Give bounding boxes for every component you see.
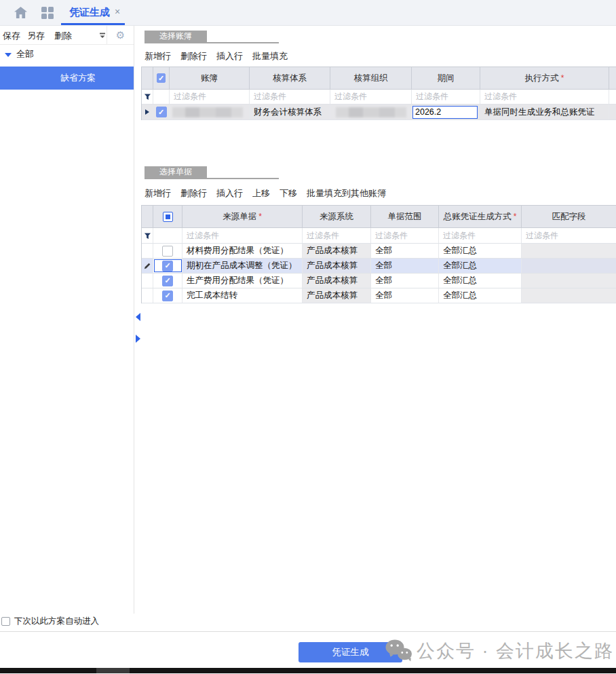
docs-table-row[interactable]: 生产费用分配结果（凭证） 产品成本核算 全部 全部汇总	[142, 274, 616, 288]
filter-book[interactable]: 过滤条件	[170, 90, 250, 104]
filter-funnel-icon[interactable]	[142, 90, 153, 104]
active-tab-underline	[61, 23, 125, 25]
source-doc-cell[interactable]: 生产费用分配结果（凭证）	[182, 274, 303, 288]
col-header-match-field[interactable]: 匹配字段	[522, 206, 616, 227]
edit-pencil-icon	[142, 259, 153, 273]
source-system-cell: 产品成本核算	[303, 244, 371, 258]
books-add-row-button[interactable]: 新增行	[145, 50, 171, 62]
books-table-row[interactable]: 财务会计核算体系 单据同时生成业务和总账凭证	[142, 105, 616, 120]
docs-toolbar: 新增行 删除行 插入行 上移 下移 批量填充到其他账簿	[145, 187, 386, 200]
docs-delete-row-button[interactable]: 删除行	[180, 187, 207, 200]
docs-table-row[interactable]: 期初在产品成本调整（凭证） 产品成本核算 全部 全部汇总	[142, 259, 616, 274]
books-table-header: 账簿 核算体系 核算组织 期间 执行方式	[142, 67, 616, 90]
plan-toolbar: 保存 另存 删除 ⚙	[0, 26, 134, 45]
execution-mode-cell[interactable]: 单据同时生成业务和总账凭证	[480, 105, 609, 119]
docs-select-all-cell	[153, 206, 182, 227]
redaction-blur	[172, 107, 243, 117]
current-row-indicator-icon	[142, 105, 153, 119]
collapse-left-arrow-icon[interactable]	[136, 313, 140, 321]
docs-table-row[interactable]: 完工成本结转 产品成本核算 全部 全部汇总	[142, 288, 616, 303]
books-insert-row-button[interactable]: 插入行	[216, 50, 243, 62]
docs-table-row[interactable]: 材料费用分配结果（凭证） 产品成本核算 全部 全部汇总	[142, 244, 616, 259]
filter-execution-mode[interactable]: 过滤条件	[480, 90, 609, 104]
doc-row-checkbox[interactable]	[162, 261, 173, 272]
sidebar-item-default-plan[interactable]: 缺省方案	[0, 67, 134, 90]
col-header-period[interactable]: 期间	[412, 67, 480, 89]
footer-divider	[0, 631, 616, 632]
app-window: 凭证生成 × 保存 另存 删除 ⚙ 全部 缺省方案 选择账簿 新增行 删除行 插…	[0, 0, 616, 674]
col-header-book[interactable]: 账簿	[170, 67, 250, 89]
settings-gear-icon[interactable]: ⚙	[107, 26, 134, 44]
source-system-cell: 产品成本核算	[303, 274, 371, 288]
col-header-source-doc[interactable]: 来源单据	[182, 206, 303, 227]
docs-filter-row: 过滤条件 过滤条件 过滤条件 过滤条件 过滤条件	[142, 228, 616, 244]
docs-move-down-button[interactable]: 下移	[280, 187, 297, 200]
book-row-checkbox[interactable]	[156, 107, 167, 117]
col-header-doc-range[interactable]: 单据范围	[371, 206, 439, 227]
books-delete-row-button[interactable]: 删除行	[180, 50, 207, 62]
source-doc-cell[interactable]: 期初在产品成本调整（凭证）	[182, 259, 303, 273]
accounting-org-cell-redacted[interactable]	[330, 105, 412, 119]
doc-range-cell[interactable]: 全部	[371, 288, 439, 303]
match-field-cell	[522, 259, 616, 273]
gl-voucher-mode-cell[interactable]: 全部汇总	[439, 259, 522, 273]
tree-expand-caret-icon[interactable]	[5, 53, 12, 57]
col-header-accounting-org[interactable]: 核算组织	[330, 67, 412, 89]
top-bar: 凭证生成 ×	[0, 0, 616, 26]
doc-range-cell[interactable]: 全部	[371, 259, 439, 273]
row-indicator-header	[142, 67, 153, 89]
docs-table-header: 来源单据 来源系统 单据范围 总账凭证生成方式 匹配字段	[142, 206, 616, 228]
docs-table: 来源单据 来源系统 单据范围 总账凭证生成方式 匹配字段 过滤条件 过滤条件 过…	[141, 205, 616, 303]
filter-source-doc[interactable]: 过滤条件	[182, 228, 303, 243]
book-cell-redacted[interactable]	[170, 105, 250, 119]
filter-accounting-org[interactable]: 过滤条件	[330, 90, 412, 104]
filter-match-field[interactable]: 过滤条件	[522, 228, 616, 243]
filter-period[interactable]: 过滤条件	[412, 90, 480, 104]
filter-doc-range[interactable]: 过滤条件	[371, 228, 439, 243]
doc-row-checkbox[interactable]	[162, 276, 173, 286]
col-header-gl-voucher-mode[interactable]: 总账凭证生成方式	[439, 206, 522, 227]
save-as-button[interactable]: 另存	[27, 30, 45, 42]
col-header-accounting-system[interactable]: 核算体系	[250, 67, 330, 89]
filter-accounting-system[interactable]: 过滤条件	[250, 90, 330, 104]
auto-enter-checkbox[interactable]	[1, 617, 10, 626]
source-doc-cell[interactable]: 完工成本结转	[182, 288, 303, 303]
col-header-source-system[interactable]: 来源系统	[303, 206, 371, 227]
doc-row-checkbox[interactable]	[162, 291, 173, 301]
gl-voucher-mode-cell[interactable]: 全部汇总	[439, 274, 522, 288]
filter-source-system[interactable]: 过滤条件	[303, 228, 371, 243]
source-doc-cell[interactable]: 材料费用分配结果（凭证）	[182, 244, 303, 258]
docs-select-all-checkbox[interactable]	[163, 212, 173, 222]
gl-voucher-mode-cell[interactable]: 全部汇总	[439, 244, 522, 258]
docs-insert-row-button[interactable]: 插入行	[216, 187, 243, 200]
col-header-execution-mode[interactable]: 执行方式	[480, 67, 609, 89]
home-icon[interactable]	[14, 7, 27, 18]
gl-voucher-mode-cell[interactable]: 全部汇总	[439, 288, 522, 303]
accounting-system-cell[interactable]: 财务会计核算体系	[250, 105, 330, 119]
doc-range-cell[interactable]: 全部	[371, 244, 439, 258]
doc-range-cell[interactable]: 全部	[371, 274, 439, 288]
match-field-cell	[522, 244, 616, 258]
filter-funnel-icon[interactable]	[142, 228, 153, 243]
watermark-text: 公众号 · 会计成长之路	[417, 639, 614, 663]
tree-root-all[interactable]: 全部	[16, 48, 34, 60]
apps-grid-icon[interactable]	[41, 7, 54, 19]
source-system-cell: 产品成本核算	[303, 259, 371, 273]
filter-gl-voucher-mode[interactable]: 过滤条件	[439, 228, 522, 243]
period-input[interactable]	[412, 106, 478, 119]
docs-add-row-button[interactable]: 新增行	[145, 187, 171, 200]
books-filter-row: 过滤条件 过滤条件 过滤条件 过滤条件 过滤条件	[142, 90, 616, 105]
docs-move-up-button[interactable]: 上移	[252, 187, 270, 200]
wechat-icon	[385, 639, 412, 663]
expand-right-arrow-icon[interactable]	[136, 335, 140, 343]
tab-close-icon[interactable]: ×	[115, 6, 120, 17]
tab-voucher-generation[interactable]: 凭证生成	[69, 6, 110, 19]
toolbar-overflow-icon[interactable]	[99, 32, 106, 39]
doc-row-checkbox[interactable]	[162, 246, 173, 257]
save-button[interactable]: 保存	[3, 30, 20, 42]
redaction-blur	[336, 107, 406, 117]
docs-batch-fill-other-books-button[interactable]: 批量填充到其他账簿	[307, 187, 386, 200]
delete-button[interactable]: 删除	[54, 30, 72, 42]
books-batch-fill-button[interactable]: 批量填充	[252, 50, 288, 62]
books-select-all-checkbox[interactable]	[157, 73, 166, 83]
